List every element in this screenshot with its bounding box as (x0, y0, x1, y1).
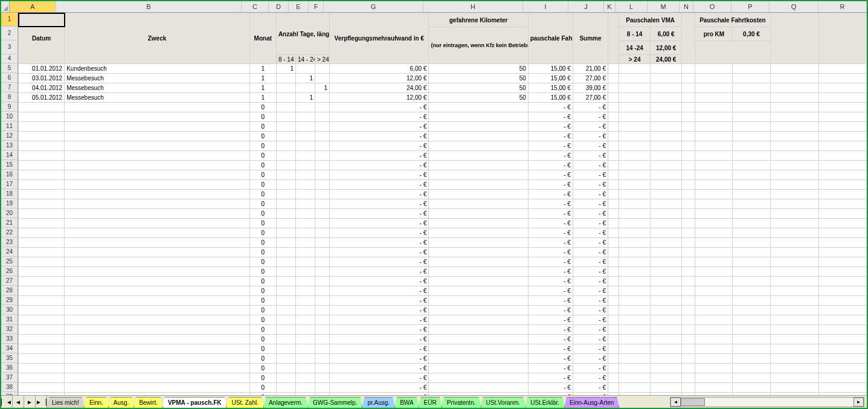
row-header-36[interactable]: 36 (1, 363, 18, 373)
row-header-37[interactable]: 37 (1, 373, 18, 382)
column-header-N[interactable]: N (680, 1, 693, 12)
scroll-right-button[interactable]: ► (854, 398, 864, 407)
row-header-38[interactable]: 38 (1, 382, 18, 392)
spreadsheet-app: ABCDEFGHIJKLMNOPQR 123456789101112131415… (0, 0, 868, 409)
row-header-2[interactable]: 2 (1, 27, 18, 40)
row-header-33[interactable]: 33 (1, 334, 18, 344)
column-header-I[interactable]: I (523, 1, 568, 12)
row-header-13[interactable]: 13 (1, 141, 18, 150)
column-header-H[interactable]: H (423, 1, 523, 12)
column-header-row: ABCDEFGHIJKLMNOPQR (1, 1, 867, 13)
row-header-25[interactable]: 25 (1, 257, 18, 266)
row-header-19[interactable]: 19 (1, 199, 18, 208)
row-header-27[interactable]: 27 (1, 276, 18, 286)
sheet-tab[interactable]: Bewirt. (133, 397, 163, 408)
row-header-20[interactable]: 20 (1, 208, 18, 218)
sheet-tab[interactable]: Einn. (84, 397, 109, 408)
sheet-tab[interactable]: USt.Voranm. (481, 397, 526, 408)
column-header-J[interactable]: J (568, 1, 604, 12)
column-header-D[interactable]: D (269, 1, 289, 12)
column-header-Q[interactable]: Q (770, 1, 818, 12)
column-header-K[interactable]: K (604, 1, 616, 12)
row-header-23[interactable]: 23 (1, 237, 18, 247)
scroll-thumb[interactable] (681, 398, 705, 406)
row-header-30[interactable]: 30 (1, 305, 18, 315)
scroll-left-button[interactable]: ◄ (670, 398, 681, 407)
row-header-4[interactable]: 4 (1, 54, 18, 63)
row-header-11[interactable]: 11 (1, 121, 18, 131)
column-header-G[interactable]: G (324, 1, 423, 12)
sheet-tab[interactable]: pr.Ausg. (362, 397, 395, 408)
column-header-E[interactable]: E (289, 1, 309, 12)
sheet-tab[interactable]: BWA (394, 397, 419, 408)
sheet-tab-bar: ▏◄ ◄ ► ►▕ Lies mich!Einn.Ausg.Bewirt.VPM… (1, 395, 867, 408)
column-header-R[interactable]: R (818, 1, 867, 12)
row-header-31[interactable]: 31 (1, 315, 18, 324)
row-header-15[interactable]: 15 (1, 160, 18, 170)
column-header-P[interactable]: P (731, 1, 770, 12)
column-header-L[interactable]: L (616, 1, 648, 12)
tab-nav-first[interactable]: ▏◄ (1, 396, 13, 408)
row-header-9[interactable]: 9 (1, 102, 18, 112)
sheet-tab[interactable]: GWG-Sammelp. (307, 397, 362, 408)
row-header-6[interactable]: 6 (1, 73, 18, 83)
sheet-tab[interactable]: USt.Erklär. (525, 397, 565, 408)
select-all-corner[interactable] (1, 1, 10, 12)
sheet-tab[interactable]: Ausg. (108, 397, 135, 408)
tab-nav-next[interactable]: ► (24, 396, 36, 408)
sheet-tab[interactable]: Einn-Ausg-Arten (564, 397, 619, 408)
row-header-12[interactable]: 12 (1, 131, 18, 141)
row-header-24[interactable]: 24 (1, 247, 18, 257)
row-header-16[interactable]: 16 (1, 170, 18, 179)
row-header-strip: 1234567891011121314151617181920212223242… (1, 13, 18, 395)
tab-nav-prev[interactable]: ◄ (13, 396, 24, 408)
row-header-1[interactable]: 1 (1, 13, 18, 27)
column-header-O[interactable]: O (693, 1, 731, 12)
row-header-28[interactable]: 28 (1, 286, 18, 295)
row-header-34[interactable]: 34 (1, 344, 18, 353)
column-header-A[interactable]: A (10, 1, 56, 12)
sheet-tab[interactable]: Anlageverm. (263, 397, 308, 408)
row-header-18[interactable]: 18 (1, 189, 18, 199)
row-header-14[interactable]: 14 (1, 150, 18, 160)
column-header-F[interactable]: F (309, 1, 324, 12)
row-header-29[interactable]: 29 (1, 295, 18, 305)
sheet-tab[interactable]: EÜR (419, 397, 442, 408)
sheet-tab[interactable]: Privatentn. (442, 397, 481, 408)
column-header-B[interactable]: B (56, 1, 242, 12)
row-header-10[interactable]: 10 (1, 112, 18, 121)
sheet-tab[interactable]: VPMA - pausch.FK (162, 397, 227, 408)
row-header-21[interactable]: 21 (1, 218, 18, 228)
cell-grid[interactable]: DatumZweckMonatAnzahl Tage, länger Auswä… (18, 13, 867, 395)
sheet-tab[interactable]: USt. Zahl. (226, 397, 263, 408)
row-header-17[interactable]: 17 (1, 179, 18, 189)
row-header-26[interactable]: 26 (1, 266, 18, 276)
sheet-tab[interactable]: Lies mich! (47, 397, 85, 408)
column-header-M[interactable]: M (648, 1, 680, 12)
row-header-8[interactable]: 8 (1, 92, 18, 102)
row-header-35[interactable]: 35 (1, 353, 18, 363)
row-header-5[interactable]: 5 (1, 63, 18, 73)
tab-nav-last[interactable]: ►▕ (36, 396, 47, 408)
row-header-32[interactable]: 32 (1, 324, 18, 334)
horizontal-scrollbar[interactable]: ◄ ► (670, 397, 864, 407)
row-header-3[interactable]: 3 (1, 40, 18, 54)
row-header-7[interactable]: 7 (1, 83, 18, 92)
row-header-22[interactable]: 22 (1, 228, 18, 237)
column-header-C[interactable]: C (242, 1, 269, 12)
